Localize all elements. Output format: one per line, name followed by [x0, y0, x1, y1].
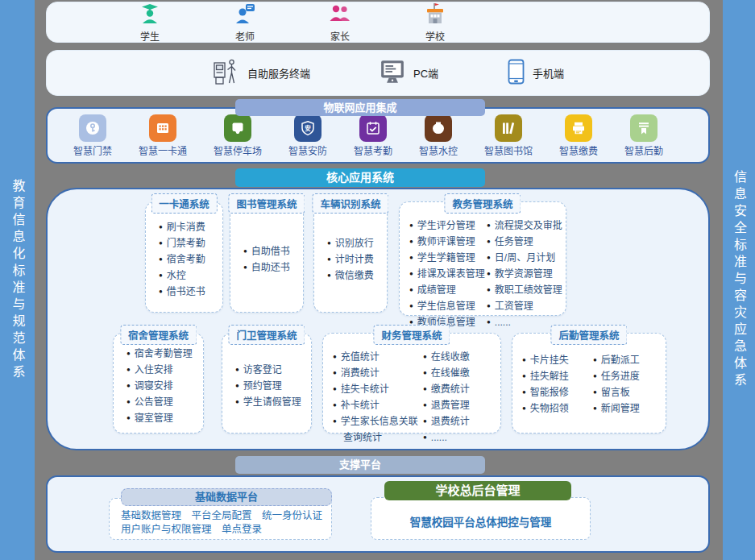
system-title: 教务管理系统 — [444, 193, 521, 214]
iot-tile-label: 智慧安防 — [288, 143, 327, 157]
student-icon — [139, 2, 161, 28]
list-item: 教职工绩效管理 — [487, 283, 562, 299]
system-title: 后勤管理系统 — [550, 325, 627, 345]
list-item: 退费统计 — [423, 414, 497, 430]
right-sidebar-label: 信息安全标准与容灾应急体系 — [729, 170, 749, 390]
device-item-phone: 手机端 — [508, 59, 564, 88]
user-label: 家长 — [330, 29, 350, 43]
user-label: 学校 — [425, 29, 445, 43]
list-item: 在线收缴 — [423, 350, 497, 366]
list-item: 学生家长信息关联查询统计 — [333, 414, 421, 446]
parents-icon — [329, 2, 351, 28]
system-box-academic: 教务管理系统 学生评分管理教师评课管理学生学籍管理排课及课表管理成绩管理学生信息… — [399, 201, 566, 316]
list-item: 退费管理 — [423, 398, 497, 414]
list-item: 留言板 — [593, 385, 662, 401]
device-label: 自助服务终端 — [247, 65, 310, 81]
device-label: PC端 — [413, 65, 438, 81]
system-title: 车辆识别系统 — [312, 193, 388, 214]
feature-list: 后勤派工任务进度留言板新闻管理 — [593, 353, 662, 417]
iot-tile-water-control: 智慧水控 — [419, 114, 458, 157]
iot-tile-parking: 智慧停车场 — [214, 114, 262, 157]
list-item: 计时计费 — [327, 252, 382, 268]
iot-tile-label: 智慧缴费 — [559, 143, 598, 157]
list-item: 排课及课表管理 — [409, 267, 485, 283]
kiosk-icon — [212, 57, 239, 89]
system-box-library: 图书管理系统 自助借书自助还书 — [230, 201, 304, 313]
system-title: 门卫管理系统 — [228, 325, 305, 345]
list-item: 消费统计 — [333, 366, 421, 382]
list-item: 识别放行 — [327, 236, 382, 252]
security-shield-icon: 安 — [294, 114, 321, 142]
iot-tile-library: 智慧图书馆 — [484, 114, 533, 157]
list-item: 自助借书 — [243, 244, 298, 260]
system-title: 财务管理系统 — [373, 325, 450, 345]
system-box-logistics: 后勤管理系统 卡片挂失挂失解挂智能报修失物招领 后勤派工任务进度留言板新闻管理 — [512, 333, 666, 433]
left-sidebar: 教育信息化标准与规范体系 — [0, 0, 35, 560]
user-item-teacher: 老师 — [222, 2, 268, 43]
school-admin-description: 智慧校园平台总体把控与管理 — [410, 513, 552, 529]
list-item: 智能报修 — [522, 385, 591, 401]
list-item: 后勤派工 — [593, 353, 662, 369]
attendance-calendar-icon — [359, 114, 387, 142]
user-label: 学生 — [140, 29, 160, 43]
list-item: 寝室管理 — [127, 411, 198, 427]
device-item-pc: PC端 — [380, 59, 438, 88]
school-icon — [423, 2, 447, 28]
list-item: 任务进度 — [593, 369, 662, 385]
list-item: ...... — [423, 430, 497, 446]
list-item: 访客登记 — [235, 363, 306, 379]
svg-text:安: 安 — [305, 124, 311, 132]
system-title: 宿舍管理系统 — [120, 325, 197, 345]
list-item: 宿舍考勤 — [159, 252, 218, 268]
list-item: 借书还书 — [159, 284, 218, 301]
iot-section-header: 物联网应用集成 — [235, 99, 485, 116]
parking-icon — [224, 114, 251, 142]
iot-tile-label: 智慧后勤 — [624, 143, 663, 157]
list-item: 学生学籍管理 — [409, 251, 485, 267]
right-sidebar: 信息安全标准与容灾应急体系 — [723, 0, 755, 560]
list-item: 流程提交及审批 — [487, 218, 562, 234]
list-item: 工资管理 — [487, 299, 562, 315]
list-item: 成绩管理 — [409, 283, 485, 299]
user-label: 老师 — [235, 29, 255, 43]
user-item-school: 学校 — [413, 2, 458, 43]
feature-list: 识别放行计时计费微信缴费 — [327, 236, 382, 284]
door-access-icon — [79, 114, 106, 142]
support-section-header: 支撑平台 — [235, 456, 485, 474]
list-item: 缴费统计 — [423, 382, 497, 398]
list-item: 失物招领 — [522, 401, 591, 417]
core-section-header: 核心应用系统 — [235, 168, 485, 187]
list-item: 门禁考勤 — [159, 236, 218, 252]
user-item-student: 学生 — [127, 2, 172, 43]
device-label: 手机端 — [533, 65, 564, 81]
users-panel: 学生 老师 家长 学校 — [46, 2, 710, 43]
pc-icon — [380, 59, 405, 88]
list-item: 日/周、月计划 — [487, 251, 562, 267]
devices-panel: 自助服务终端 PC端 手机端 — [46, 50, 710, 96]
iot-tile-label: 智慧门禁 — [73, 143, 112, 157]
user-item-parents: 家长 — [317, 2, 363, 43]
system-box-dormitory: 宿舍管理系统 宿舍考勤管理入住安排调寝安排公告管理寝室管理 — [113, 333, 204, 433]
list-item: 学生请假管理 — [235, 395, 306, 411]
base-data-platform-title: 基础数据平台 — [121, 488, 332, 506]
list-item: 挂失解挂 — [522, 369, 591, 385]
logistics-icon — [630, 114, 658, 142]
list-item: 新闻管理 — [593, 401, 662, 417]
feature-list: 在线收缴在线催缴缴费统计退费管理退费统计...... — [423, 350, 497, 446]
feature-list: 访客登记预约管理学生请假管理 — [235, 363, 306, 411]
list-item: 宿舍考勤管理 — [127, 346, 198, 363]
phone-icon — [508, 59, 525, 88]
list-item: 水控 — [159, 268, 218, 284]
list-item: 充值统计 — [333, 350, 421, 366]
device-item-kiosk: 自助服务终端 — [212, 57, 310, 89]
iot-tile-label: 智慧水控 — [419, 143, 458, 157]
list-item: 自助还书 — [243, 260, 298, 276]
smart-campus-architecture-diagram: 教育信息化标准与规范体系 信息安全标准与容灾应急体系 学生 老师 家长 — [0, 0, 755, 560]
iot-tile-label: 智慧图书馆 — [484, 143, 533, 157]
list-item: 刷卡消费 — [159, 220, 218, 236]
system-box-vehicle: 车辆识别系统 识别放行计时计费微信缴费 — [313, 201, 388, 313]
list-item: 教学资源管理 — [487, 267, 562, 283]
left-sidebar-label: 教育信息化标准与规范体系 — [8, 179, 27, 382]
school-admin-box: 智慧校园平台总体把控与管理 — [371, 497, 591, 540]
iot-tile-payment: 智慧缴费 — [559, 114, 598, 157]
